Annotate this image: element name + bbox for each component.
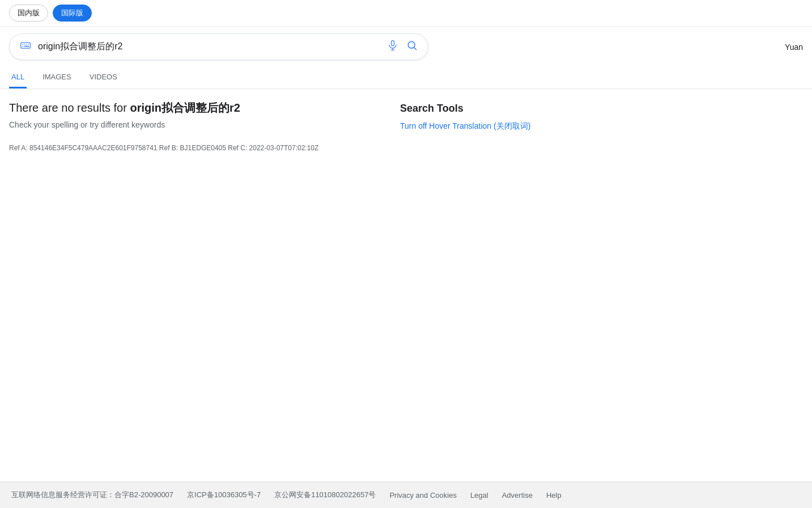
nav-tabs: ALL IMAGES VIDEOS xyxy=(0,67,812,89)
main-content: There are no results for origin拟合调整后的r2 … xyxy=(0,89,812,165)
search-bar-container: Yuan xyxy=(0,27,812,67)
search-tools-title: Search Tools xyxy=(400,103,559,115)
microphone-btn[interactable] xyxy=(386,39,399,55)
search-icon xyxy=(406,40,418,51)
svg-rect-8 xyxy=(392,41,394,46)
international-version-btn[interactable]: 国际版 xyxy=(53,5,92,22)
microphone-icon xyxy=(387,40,398,51)
results-area: There are no results for origin拟合调整后的r2 … xyxy=(9,100,377,154)
top-bar: 国内版 国际版 xyxy=(0,0,812,27)
keyboard-icon-btn[interactable] xyxy=(19,39,32,55)
ref-text: Ref A: 854146E34F5C479AAAC2E601F9758741 … xyxy=(9,143,377,154)
tab-all[interactable]: ALL xyxy=(9,67,27,88)
svg-line-12 xyxy=(414,48,416,50)
tab-videos[interactable]: VIDEOS xyxy=(87,67,120,88)
search-box xyxy=(9,33,428,60)
right-panel: Search Tools Turn off Hover Translation … xyxy=(400,100,559,154)
tab-images[interactable]: IMAGES xyxy=(40,67,74,88)
no-results-query: origin拟合调整后的r2 xyxy=(130,101,240,114)
no-results-suggestion: Check your spelling or try different key… xyxy=(9,120,377,129)
no-results-prefix: There are no results for xyxy=(9,101,130,114)
user-avatar: Yuan xyxy=(785,43,803,52)
search-input[interactable] xyxy=(38,42,380,52)
domestic-version-btn[interactable]: 国内版 xyxy=(9,5,48,22)
no-results-message: There are no results for origin拟合调整后的r2 xyxy=(9,100,377,116)
search-submit-btn[interactable] xyxy=(405,39,419,55)
hover-translation-link[interactable]: Turn off Hover Translation (关闭取词) xyxy=(400,121,530,130)
keyboard-icon xyxy=(20,40,31,51)
svg-rect-0 xyxy=(21,43,31,48)
